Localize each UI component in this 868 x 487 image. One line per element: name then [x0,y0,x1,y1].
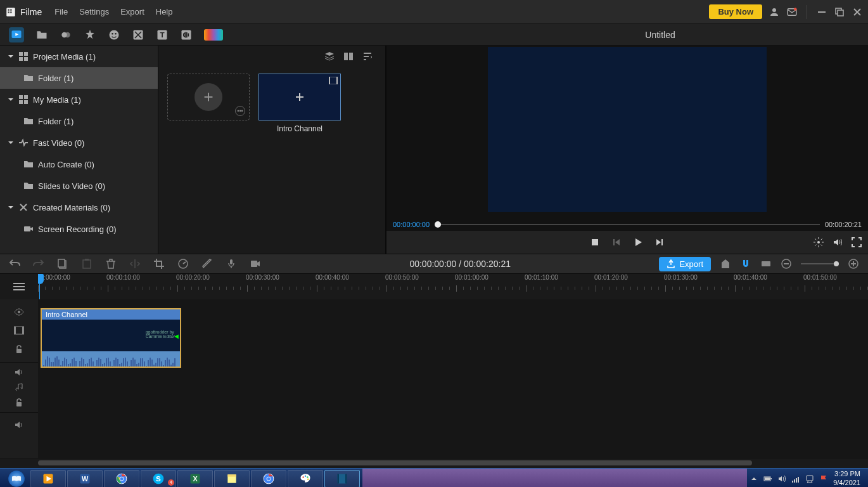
taskbar-filme[interactable] [324,470,360,488]
menu-file[interactable]: File [54,7,68,16]
fullscreen-icon[interactable] [852,237,862,247]
zoom-out-button[interactable] [781,258,792,269]
speaker-icon[interactable] [14,420,24,429]
redo-button[interactable] [33,258,44,269]
menu-help[interactable]: Help [156,7,173,16]
voiceover-button[interactable] [226,258,237,269]
export-button[interactable]: Export [659,257,711,271]
paste-button[interactable] [81,258,93,269]
folder-tab-icon[interactable] [35,29,48,41]
taskbar-chrome-2[interactable] [251,470,286,488]
speed-button[interactable] [177,258,189,269]
timeline-ruler[interactable]: 00:00:00:0000:00:10:0000:00:20:0000:00:3… [38,274,868,299]
extra-track-lane[interactable] [38,417,868,455]
sidebar-my-folder[interactable]: Folder (1) [0,110,158,132]
close-button[interactable] [852,6,863,18]
tracks-body[interactable]: Intro Channel ggottrodder byCammie Edito… [38,299,868,459]
buy-now-button[interactable]: Buy Now [709,4,762,19]
maximize-button[interactable] [834,6,845,18]
action-center-icon[interactable] [805,474,814,483]
sidebar-project-media[interactable]: Project Media (1) [0,46,158,67]
undo-button[interactable] [9,258,20,269]
timeline-clip[interactable]: Intro Channel ggottrodder byCammie Edito… [41,308,181,368]
sidebar-screen-recording[interactable]: Screen Recording (0) [0,218,158,240]
import-media-tile[interactable]: ••• [167,74,250,120]
video-track-lane[interactable]: Intro Channel ggottrodder byCammie Edito… [38,306,868,369]
color-adjust-button[interactable] [201,258,213,269]
audio-tab-icon[interactable] [180,29,193,41]
sidebar-project-folder[interactable]: Folder (1) [0,67,158,89]
crop-button[interactable] [153,258,165,269]
aspect-button[interactable] [760,258,772,269]
flag-icon[interactable] [819,474,828,483]
track-options-icon[interactable] [13,282,25,291]
menu-settings[interactable]: Settings [79,7,109,16]
sort-icon[interactable] [362,51,373,62]
split-button[interactable] [129,258,141,269]
sidebar-my-media[interactable]: My Media (1) [0,89,158,110]
more-options-icon[interactable]: ••• [235,106,245,116]
preview-scrubber[interactable]: 00:00:00:00 00:00:20:21 [386,218,868,231]
stickers-tab-icon[interactable] [108,29,120,41]
effects-tab-icon[interactable] [84,29,96,41]
taskbar-excel[interactable]: X [177,470,213,488]
volume-icon[interactable] [833,237,843,247]
menu-export[interactable]: Export [120,7,144,16]
timeline-scrollbar[interactable] [38,460,868,468]
svg-rect-43 [613,239,615,245]
speaker-icon[interactable] [14,368,24,377]
text-tab-icon[interactable]: T [156,29,169,41]
record-button[interactable] [250,258,261,269]
zoom-in-button[interactable] [848,258,859,269]
taskbar-media-player[interactable] [30,470,66,488]
preview-canvas[interactable] [386,46,868,218]
zoom-handle[interactable] [834,261,839,266]
volume-tray-icon[interactable] [777,474,786,483]
copy-button[interactable] [57,258,68,269]
battery-icon[interactable] [763,474,772,483]
taskbar-word[interactable]: W [67,470,103,488]
sidebar-slides-to-video[interactable]: Slides to Video (0) [0,175,158,197]
chevron-down-icon [8,53,14,60]
sidebar-auto-create[interactable]: Auto Create (0) [0,153,158,175]
taskbar-skype[interactable]: S4 [141,470,176,488]
taskbar-sticky-notes[interactable] [214,470,250,488]
clip-thumbnail[interactable] [258,74,341,120]
media-tab-icon[interactable] [9,27,24,42]
delete-button[interactable] [105,258,117,269]
taskbar-chrome[interactable] [104,470,139,488]
mail-icon[interactable] [786,6,798,18]
clock[interactable]: 3:29 PM 9/4/2021 [833,470,860,486]
audio-track-lane[interactable] [38,369,868,417]
playhead[interactable] [39,284,40,299]
next-frame-button[interactable] [654,237,665,247]
scrub-handle[interactable] [435,221,441,228]
stop-button[interactable] [590,237,600,247]
settings-icon[interactable] [814,237,824,247]
sidebar-fast-video[interactable]: Fast Video (0) [0,132,158,153]
lock-icon[interactable] [14,398,24,407]
minimize-button[interactable] [816,6,827,18]
filters-tab-icon[interactable] [132,29,144,41]
network-icon[interactable] [791,474,800,483]
prev-frame-button[interactable] [611,237,622,247]
play-button[interactable] [633,237,643,247]
snapping-button[interactable] [740,258,751,269]
color-tab-icon[interactable] [204,29,223,41]
lock-icon[interactable] [14,345,24,354]
marker-button[interactable] [720,258,731,269]
svg-rect-3 [8,11,10,13]
media-clip[interactable]: Intro Channel [258,74,341,133]
sidebar-created-materials[interactable]: Created Materials (0) [0,197,158,218]
account-icon[interactable] [769,6,780,18]
svg-rect-1 [8,9,10,10]
start-button[interactable] [4,470,29,488]
scrub-track[interactable] [435,224,820,225]
grid-view-icon[interactable] [343,51,354,62]
taskbar-paint[interactable] [288,470,323,488]
tray-expand-icon[interactable] [750,474,758,483]
eye-icon[interactable] [14,308,24,316]
transitions-tab-icon[interactable] [60,29,72,41]
zoom-slider[interactable] [801,263,839,264]
layers-icon[interactable] [324,51,335,62]
